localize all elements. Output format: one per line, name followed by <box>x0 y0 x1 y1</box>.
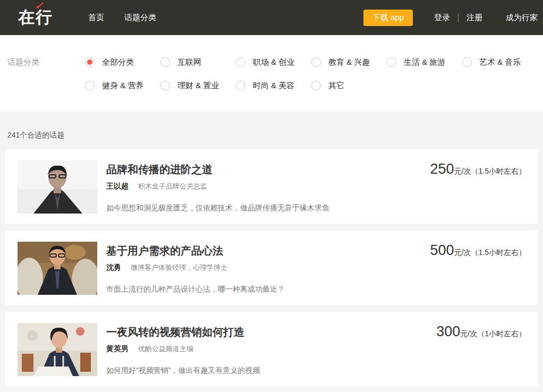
radio-button-icon[interactable] <box>85 57 95 67</box>
filter-option-life-travel[interactable]: 生活 & 旅游 <box>387 55 462 69</box>
filter-option-art-music[interactable]: 艺术 & 音乐 <box>462 55 538 69</box>
radio-button-icon[interactable] <box>387 57 396 67</box>
results-count: 241个合适的话题 <box>5 112 538 149</box>
expert-byline: 王以超 积木盒子品牌公关总监 <box>106 182 538 191</box>
expert-role: 微博客户体验经理，心理学博士 <box>131 263 227 271</box>
radio-button-icon[interactable] <box>311 81 321 90</box>
radio-button-icon[interactable] <box>236 81 245 90</box>
topic-card[interactable]: 品牌和传播的进阶之道 王以超 积木盒子品牌公关总监 如今思想和洞见极度匮乏，仅依… <box>5 149 538 224</box>
price-amount: 250 <box>430 161 454 177</box>
login-link[interactable]: 登录 <box>434 13 450 23</box>
filter-option-education[interactable]: 教育 & 兴趣 <box>311 55 387 69</box>
price-unit: 元/次（1.5小时左右） <box>454 248 526 258</box>
divider <box>458 13 459 22</box>
auth-links: 登录 注册 <box>434 13 482 23</box>
nav-item-home[interactable]: 首页 <box>88 7 104 28</box>
topic-price: 300 元/次（1小时左右） <box>436 323 526 340</box>
topic-card-body: 一夜风转的视频营销如何打造 黄英男 优酷公益频道主编 如何用好“视频营销”，做出… <box>106 312 538 386</box>
expert-name: 沈勇 <box>106 263 121 271</box>
check-icon: ✓ <box>33 0 47 13</box>
filter-option-fitness[interactable]: 健身 & 营养 <box>85 79 160 92</box>
download-app-button[interactable]: 下载 app <box>363 10 413 26</box>
price-unit: 元/次（1小时左右） <box>460 329 526 339</box>
radio-button-icon[interactable] <box>462 57 472 67</box>
topbar-right-group: 下载 app 登录 注册 成为行家 <box>363 10 539 26</box>
expert-byline: 沈勇 微博客户体验经理，心理学博士 <box>106 263 538 272</box>
expert-role: 积木盒子品牌公关总监 <box>138 182 207 190</box>
filter-options-group: 全部分类 互联网 职场 & 创业 教育 & 兴趣 生活 & 旅游 艺术 & 音乐… <box>85 55 542 112</box>
price-amount: 300 <box>436 323 460 340</box>
topic-card-body: 品牌和传播的进阶之道 王以超 积木盒子品牌公关总监 如今思想和洞见极度匮乏，仅依… <box>106 149 538 224</box>
filter-option-other[interactable]: 其它 <box>311 79 387 92</box>
topic-price: 500 元/次（1.5小时左右） <box>430 242 526 259</box>
price-unit: 元/次（1.5小时左右） <box>454 167 526 176</box>
nav-item-topic-categories[interactable]: 话题分类 <box>124 7 156 28</box>
expert-photo[interactable] <box>18 242 97 295</box>
expert-name: 王以超 <box>106 182 129 190</box>
topic-card[interactable]: 一夜风转的视频营销如何打造 黄英男 优酷公益频道主编 如何用好“视频营销”，做出… <box>5 312 538 386</box>
topic-results-section: 241个合适的话题 品牌和传播的进阶之道 王以超 积木盒子品牌公关总监 如今思想… <box>0 112 543 386</box>
topic-price: 250 元/次（1.5小时左右） <box>430 161 526 177</box>
main-nav: 首页 话题分类 <box>68 7 156 28</box>
filter-section-label: 话题分类 <box>7 55 85 112</box>
topic-description: 市面上流行的几种产品设计心法，哪一种离成功最近？ <box>106 285 538 294</box>
top-navigation-bar: 在 行 ✓ 首页 话题分类 下载 app 登录 注册 成为行家 <box>0 0 543 35</box>
radio-button-icon[interactable] <box>85 81 95 90</box>
price-amount: 500 <box>430 242 454 259</box>
topic-card[interactable]: 基于用户需求的产品心法 沈勇 微博客户体验经理，心理学博士 市面上流行的几种产品… <box>5 231 538 305</box>
radio-button-icon[interactable] <box>160 57 170 67</box>
expert-photo[interactable] <box>18 323 97 376</box>
filter-option-all[interactable]: 全部分类 <box>85 55 160 69</box>
filter-option-career[interactable]: 职场 & 创业 <box>236 55 311 69</box>
expert-name: 黄英男 <box>106 344 129 353</box>
radio-button-icon[interactable] <box>236 57 245 67</box>
topic-card-body: 基于用户需求的产品心法 沈勇 微博客户体验经理，心理学博士 市面上流行的几种产品… <box>106 231 538 305</box>
logo-text-xing: 行 ✓ <box>36 6 53 29</box>
topic-description: 如今思想和洞见极度匮乏，仅依赖技术，做品牌传播无异于缘木求鱼 <box>106 203 538 213</box>
become-expert-link[interactable]: 成为行家 <box>506 13 538 23</box>
filter-option-internet[interactable]: 互联网 <box>160 55 236 69</box>
topic-description: 如何用好“视频营销”，做出有趣又有意义的视频 <box>106 366 538 376</box>
expert-photo[interactable] <box>18 160 97 214</box>
radio-button-icon[interactable] <box>160 81 170 90</box>
register-link[interactable]: 注册 <box>466 13 482 23</box>
filter-option-fashion-beauty[interactable]: 时尚 & 美容 <box>236 79 311 92</box>
zaihang-logo[interactable]: 在 行 ✓ <box>18 6 53 29</box>
logo-text-zai: 在 <box>18 6 36 29</box>
expert-role: 优酷公益频道主编 <box>138 345 193 353</box>
topic-filter-panel: 话题分类 全部分类 互联网 职场 & 创业 教育 & 兴趣 生活 & 旅游 艺术… <box>0 35 543 112</box>
radio-button-icon[interactable] <box>311 57 321 67</box>
filter-option-finance[interactable]: 理财 & 置业 <box>160 79 236 92</box>
expert-byline: 黄英男 优酷公益频道主编 <box>106 344 538 354</box>
